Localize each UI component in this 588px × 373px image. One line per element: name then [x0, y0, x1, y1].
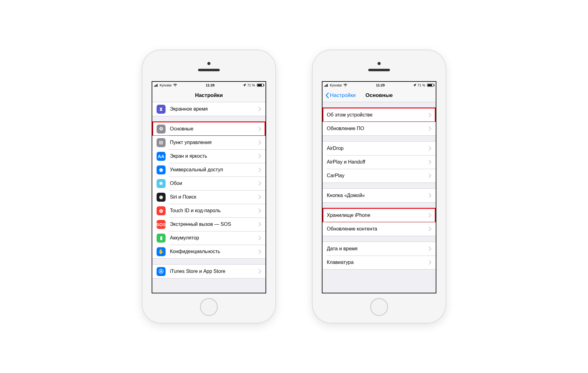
chevron-right-icon — [429, 173, 431, 178]
row-label: Аккумулятор — [170, 235, 258, 241]
chevron-right-icon — [258, 154, 261, 158]
speaker-slit — [368, 69, 390, 71]
settings-group: Об этом устройствеОбновление ПО — [322, 108, 436, 136]
row-label: Основные — [170, 126, 258, 132]
row-airplay-handoff[interactable]: AirPlay и Handoff — [322, 155, 436, 169]
camera-dot — [207, 62, 210, 65]
location-icon — [243, 84, 246, 87]
chevron-left-icon — [325, 92, 329, 99]
row-iphone-storage[interactable]: Хранилище iPhone — [322, 208, 436, 222]
settings-group: Дата и времяКлавиатура — [322, 242, 436, 270]
chevron-right-icon — [258, 222, 261, 226]
svg-rect-3 — [157, 84, 158, 87]
row-carplay[interactable]: CarPlay — [322, 169, 436, 182]
svg-rect-2 — [156, 85, 157, 87]
signal-bars-icon — [324, 84, 329, 87]
wallpaper-icon: ❀ — [157, 179, 166, 188]
row-itunes[interactable]: ⒶiTunes Store и App Store — [152, 265, 266, 278]
row-label: CarPlay — [327, 173, 429, 178]
chevron-right-icon — [258, 269, 261, 274]
camera-dot — [378, 62, 381, 65]
row-date-time[interactable]: Дата и время — [322, 242, 436, 256]
general-icon: ⚙ — [157, 125, 166, 134]
row-label: AirPlay и Handoff — [327, 159, 429, 165]
control-center-icon: ⊟ — [157, 138, 166, 147]
row-software-update[interactable]: Обновление ПО — [322, 122, 436, 135]
carrier-label: Kyivstar — [160, 83, 172, 87]
chevron-right-icon — [429, 160, 431, 164]
chevron-right-icon — [258, 140, 261, 145]
row-label: Экранное время — [170, 106, 258, 112]
settings-group: ⒶiTunes Store и App Store — [152, 264, 266, 279]
row-siri[interactable]: ◉Siri и Поиск — [152, 190, 266, 204]
chevron-right-icon — [258, 181, 261, 186]
back-button[interactable]: Настройки — [325, 92, 356, 99]
chevron-right-icon — [429, 146, 431, 151]
itunes-icon: Ⓐ — [157, 267, 166, 276]
screen-left: Kyivstar 11:28 71 % Настройки ⧗Экранное … — [152, 81, 266, 293]
sos-icon: SOS — [157, 220, 166, 229]
row-label: Универсальный доступ — [170, 167, 258, 173]
chevron-right-icon — [258, 236, 261, 240]
row-background-refresh[interactable]: Обновление контента — [322, 222, 436, 236]
general-list[interactable]: Об этом устройствеОбновление ПОAirDropAi… — [322, 102, 436, 293]
home-button[interactable] — [370, 298, 388, 316]
display-icon: AA — [157, 152, 166, 161]
row-label: Siri и Поиск — [170, 194, 258, 200]
clock: 11:28 — [206, 83, 214, 87]
battery-icon — [426, 84, 434, 87]
chevron-right-icon — [258, 195, 261, 199]
touchid-icon: ◍ — [157, 206, 166, 215]
row-about[interactable]: Об этом устройстве — [322, 108, 436, 122]
svg-rect-1 — [155, 85, 156, 87]
nav-bar: Настройки — [152, 89, 266, 102]
row-screentime[interactable]: ⧗Экранное время — [152, 102, 266, 116]
nav-bar: Настройки Основные — [322, 89, 436, 102]
row-wallpaper[interactable]: ❀Обои — [152, 177, 266, 190]
row-display[interactable]: AAЭкран и яркость — [152, 149, 266, 163]
row-general[interactable]: ⚙Основные — [152, 122, 266, 136]
row-keyboard[interactable]: Клавиатура — [322, 256, 436, 269]
row-label: Хранилище iPhone — [327, 213, 429, 218]
chevron-right-icon — [429, 247, 431, 251]
chevron-right-icon — [258, 168, 261, 172]
svg-rect-6 — [326, 85, 327, 87]
row-privacy[interactable]: ✋Конфиденциальность — [152, 245, 266, 258]
wifi-icon — [173, 84, 177, 87]
accessibility-icon: ◉ — [157, 165, 166, 174]
status-bar: Kyivstar 11:28 71 % — [152, 82, 266, 89]
row-label: Обновление ПО — [327, 126, 429, 131]
row-control-center[interactable]: ⊟Пункт управления — [152, 136, 266, 149]
row-label: Обои — [170, 181, 258, 186]
row-battery[interactable]: ▮Аккумулятор — [152, 231, 266, 245]
row-home-button[interactable]: Кнопка «Домой» — [322, 189, 436, 202]
chevron-right-icon — [429, 227, 431, 231]
row-touchid[interactable]: ◍Touch ID и код-пароль — [152, 204, 266, 217]
chevron-right-icon — [258, 107, 261, 111]
chevron-right-icon — [258, 127, 261, 131]
clock: 11:29 — [376, 83, 385, 87]
row-accessibility[interactable]: ◉Универсальный доступ — [152, 163, 266, 177]
battery-icon — [256, 84, 264, 87]
location-icon — [413, 84, 416, 87]
row-sos[interactable]: SOSЭкстренный вызов — SOS — [152, 217, 266, 231]
row-airdrop[interactable]: AirDrop — [322, 142, 436, 155]
settings-group: Хранилище iPhoneОбновление контента — [322, 208, 436, 236]
chevron-right-icon — [429, 260, 431, 265]
row-label: Клавиатура — [327, 260, 429, 265]
home-button[interactable] — [200, 298, 218, 316]
page-title: Основные — [365, 92, 393, 99]
chevron-right-icon — [258, 249, 261, 254]
chevron-right-icon — [429, 193, 431, 198]
row-label: Экран и яркость — [170, 153, 258, 159]
row-label: Touch ID и код-пароль — [170, 208, 258, 213]
settings-list[interactable]: ⧗Экранное время⚙Основные⊟Пункт управлени… — [152, 102, 266, 293]
phone-left: Kyivstar 11:28 71 % Настройки ⧗Экранное … — [142, 50, 275, 323]
wifi-icon — [343, 84, 348, 87]
signal-bars-icon — [154, 84, 158, 87]
back-label: Настройки — [330, 92, 356, 99]
svg-rect-7 — [327, 84, 328, 87]
chevron-right-icon — [429, 126, 431, 131]
row-label: iTunes Store и App Store — [170, 269, 258, 274]
settings-group: ⚙Основные⊟Пункт управленияAAЭкран и ярко… — [152, 122, 266, 259]
